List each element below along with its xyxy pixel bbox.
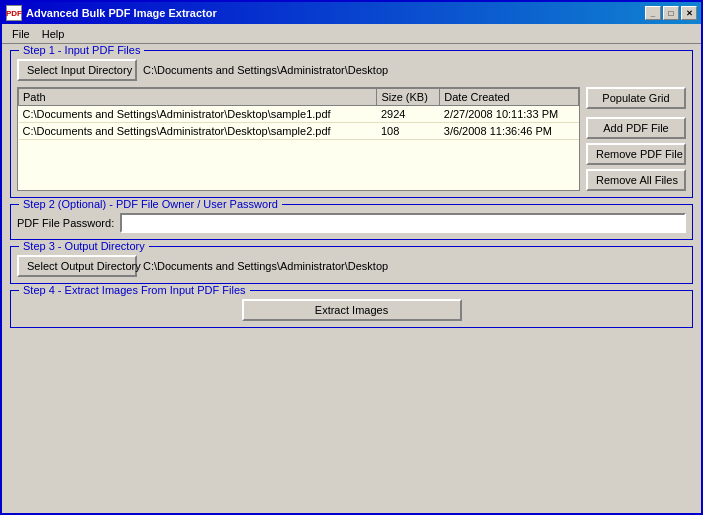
file-table: Path Size (KB) Date Created C:\Documents… <box>18 88 579 140</box>
right-buttons-panel: Populate Grid Add PDF File Remove PDF Fi… <box>586 87 686 191</box>
col-size: Size (KB) <box>377 89 440 106</box>
window-title: Advanced Bulk PDF Image Extractor <box>26 7 645 19</box>
step1-legend: Step 1 - Input PDF Files <box>19 44 144 56</box>
remove-all-files-button[interactable]: Remove All Files <box>586 169 686 191</box>
cell-date: 2/27/2008 10:11:33 PM <box>440 106 579 123</box>
step1-section: Step 1 - Input PDF Files Select Input Di… <box>10 50 693 198</box>
cell-date: 3/6/2008 11:36:46 PM <box>440 123 579 140</box>
file-table-body: C:\Documents and Settings\Administrator\… <box>19 106 579 140</box>
menu-file[interactable]: File <box>6 26 36 42</box>
col-path: Path <box>19 89 377 106</box>
populate-grid-button[interactable]: Populate Grid <box>586 87 686 109</box>
remove-pdf-button[interactable]: Remove PDF File <box>586 143 686 165</box>
window-controls: _ □ ✕ <box>645 6 697 20</box>
menu-help[interactable]: Help <box>36 26 71 42</box>
step4-section: Step 4 - Extract Images From Input PDF F… <box>10 290 693 328</box>
step4-row: Extract Images <box>17 299 686 321</box>
password-input[interactable] <box>120 213 686 233</box>
password-label: PDF File Password: <box>17 217 114 229</box>
step2-legend: Step 2 (Optional) - PDF File Owner / Use… <box>19 198 282 210</box>
output-directory-path: C:\Documents and Settings\Administrator\… <box>143 260 388 272</box>
main-window: PDF Advanced Bulk PDF Image Extractor _ … <box>0 0 703 515</box>
table-row[interactable]: C:\Documents and Settings\Administrator\… <box>19 106 579 123</box>
step2-row: PDF File Password: <box>17 213 686 233</box>
step3-row: Select Output Directory C:\Documents and… <box>17 255 686 277</box>
step3-section: Step 3 - Output Directory Select Output … <box>10 246 693 284</box>
step1-top-row: Select Input Directory C:\Documents and … <box>17 59 686 81</box>
select-output-directory-button[interactable]: Select Output Directory <box>17 255 137 277</box>
col-date: Date Created <box>440 89 579 106</box>
close-button[interactable]: ✕ <box>681 6 697 20</box>
cell-path: C:\Documents and Settings\Administrator\… <box>19 106 377 123</box>
cell-size: 2924 <box>377 106 440 123</box>
cell-path: C:\Documents and Settings\Administrator\… <box>19 123 377 140</box>
input-directory-path: C:\Documents and Settings\Administrator\… <box>143 64 388 76</box>
maximize-button[interactable]: □ <box>663 6 679 20</box>
extract-images-button[interactable]: Extract Images <box>242 299 462 321</box>
table-row[interactable]: C:\Documents and Settings\Administrator\… <box>19 123 579 140</box>
step1-body: Path Size (KB) Date Created C:\Documents… <box>17 87 686 191</box>
table-header-row: Path Size (KB) Date Created <box>19 89 579 106</box>
menu-bar: File Help <box>2 24 701 44</box>
cell-size: 108 <box>377 123 440 140</box>
step4-legend: Step 4 - Extract Images From Input PDF F… <box>19 284 250 296</box>
main-content: Step 1 - Input PDF Files Select Input Di… <box>2 44 701 513</box>
title-bar: PDF Advanced Bulk PDF Image Extractor _ … <box>2 2 701 24</box>
step2-section: Step 2 (Optional) - PDF File Owner / Use… <box>10 204 693 240</box>
step3-legend: Step 3 - Output Directory <box>19 240 149 252</box>
minimize-button[interactable]: _ <box>645 6 661 20</box>
app-icon: PDF <box>6 5 22 21</box>
add-pdf-button[interactable]: Add PDF File <box>586 117 686 139</box>
select-input-directory-button[interactable]: Select Input Directory <box>17 59 137 81</box>
file-table-container: Path Size (KB) Date Created C:\Documents… <box>17 87 580 191</box>
